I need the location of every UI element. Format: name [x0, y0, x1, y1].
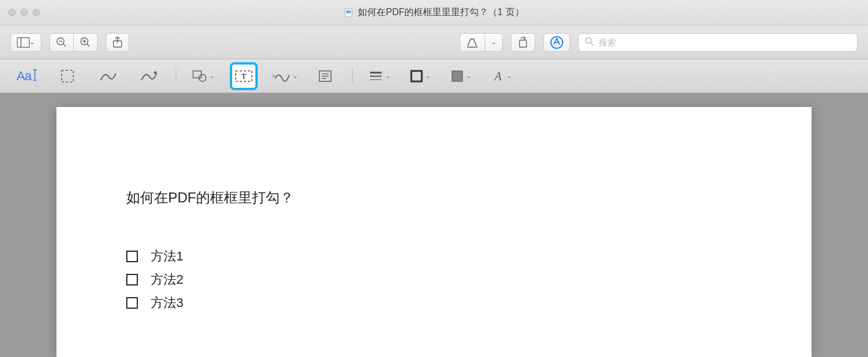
markup-toggle-button[interactable] — [543, 33, 570, 52]
close-window-button[interactable] — [8, 9, 16, 16]
minimize-window-button[interactable] — [20, 9, 28, 16]
text-box-tool[interactable]: T — [230, 62, 258, 90]
font-style-tool[interactable]: A ⌄ — [488, 62, 515, 90]
checkbox-icon[interactable] — [126, 274, 138, 285]
search-input[interactable] — [599, 37, 851, 47]
svg-rect-23 — [193, 71, 201, 78]
pdf-page[interactable]: 如何在PDF的框框里打勾？ 方法1 方法2 方法3 — [56, 107, 812, 357]
chevron-down-icon: ⌄ — [293, 72, 298, 80]
chevron-down-icon: ⌄ — [466, 72, 471, 80]
border-style-tool[interactable]: ⌄ — [365, 62, 393, 90]
chevron-down-icon: ⌄ — [491, 38, 496, 46]
chevron-down-icon: ⌄ — [385, 72, 390, 80]
document-icon — [344, 8, 353, 17]
item-label: 方法3 — [151, 294, 183, 312]
svg-line-5 — [63, 44, 66, 47]
zoom-in-button[interactable] — [73, 33, 98, 52]
svg-point-16 — [586, 37, 592, 43]
chevron-down-icon: ⌄ — [425, 72, 431, 80]
checkbox-icon[interactable] — [126, 251, 138, 262]
fill-color-tool[interactable]: ⌄ — [447, 62, 475, 90]
text-select-tool[interactable]: Aa — [13, 62, 41, 90]
svg-rect-21 — [62, 70, 73, 82]
shapes-tool[interactable]: ⌄ — [189, 62, 217, 90]
svg-rect-2 — [17, 37, 30, 47]
search-icon — [585, 37, 594, 48]
main-toolbar: ⌄ ⌄ — [0, 26, 868, 59]
svg-point-22 — [154, 71, 157, 74]
document-heading: 如何在PDF的框框里打勾？ — [126, 188, 742, 207]
svg-line-17 — [591, 42, 594, 45]
svg-rect-36 — [452, 71, 463, 81]
list-item: 方法1 — [126, 248, 742, 265]
rotate-button[interactable] — [511, 33, 535, 52]
svg-rect-35 — [411, 71, 422, 81]
cursor-icon — [33, 69, 37, 84]
highlight-button[interactable] — [460, 33, 485, 52]
svg-rect-14 — [520, 40, 527, 47]
sidebar-toggle-button[interactable]: ⌄ — [10, 33, 41, 52]
svg-rect-0 — [345, 9, 352, 17]
svg-text:T: T — [241, 72, 246, 81]
toolbar-divider — [176, 68, 176, 84]
svg-text:×: × — [272, 72, 276, 80]
window-controls — [8, 9, 40, 16]
svg-text:A: A — [493, 70, 501, 83]
window-title: 如何在PDF的框框里里里打勾？（1 页） — [358, 6, 524, 19]
draw-tool[interactable] — [135, 62, 163, 90]
chevron-down-icon: ⌄ — [507, 72, 512, 80]
highlight-group: ⌄ — [460, 33, 503, 52]
window-titlebar: 如何在PDF的框框里里里打勾？（1 页） — [0, 0, 868, 26]
list-item: 方法2 — [126, 271, 742, 288]
search-box[interactable] — [578, 33, 858, 52]
item-label: 方法2 — [151, 271, 183, 288]
rect-select-tool[interactable] — [54, 62, 81, 90]
svg-line-8 — [87, 44, 90, 47]
list-item: 方法3 — [126, 294, 742, 312]
svg-rect-1 — [346, 10, 351, 13]
item-label: 方法1 — [151, 248, 183, 265]
chevron-down-icon: ⌄ — [209, 72, 215, 80]
document-viewport[interactable]: 如何在PDF的框框里打勾？ 方法1 方法2 方法3 — [0, 93, 868, 357]
highlight-menu-button[interactable]: ⌄ — [485, 33, 503, 52]
fullscreen-window-button[interactable] — [33, 9, 40, 16]
zoom-out-button[interactable] — [49, 33, 74, 52]
border-color-tool[interactable]: ⌄ — [406, 62, 434, 90]
signature-tool[interactable]: × ⌄ — [271, 62, 298, 90]
toolbar-divider — [352, 68, 353, 84]
note-tool[interactable] — [311, 62, 339, 90]
checkbox-icon[interactable] — [126, 297, 138, 309]
sketch-tool[interactable] — [94, 62, 122, 90]
zoom-group — [49, 33, 98, 52]
markup-toolbar: Aa ⌄ T × ⌄ ⌄ ⌄ ⌄ A ⌄ — [0, 59, 868, 93]
share-button[interactable] — [106, 33, 129, 52]
chevron-down-icon: ⌄ — [30, 38, 35, 46]
